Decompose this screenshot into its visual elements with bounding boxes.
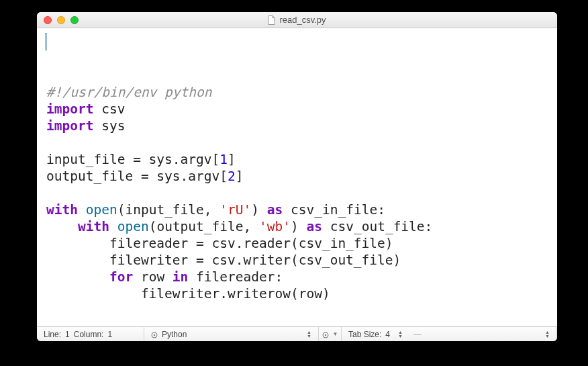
divider: — bbox=[413, 330, 422, 339]
file-icon bbox=[268, 15, 275, 25]
code-token: filewriter = csv.writer(csv_out_file) bbox=[46, 253, 401, 268]
gear-icon bbox=[151, 331, 158, 338]
line-number: 1 bbox=[65, 330, 70, 339]
code-line: filewriter = csv.writer(csv_out_file) bbox=[46, 252, 552, 269]
line-label: Line: bbox=[44, 330, 61, 339]
status-cursor-position[interactable]: Line: 1 Column: 1 bbox=[37, 327, 144, 341]
code-token: 2 bbox=[228, 169, 236, 184]
code-token: import bbox=[46, 118, 93, 134]
code-token: csv_in_file: bbox=[283, 202, 385, 218]
code-token: filewriter.writerow(row) bbox=[46, 286, 330, 302]
code-line: import sys bbox=[46, 118, 552, 134]
code-token: sys bbox=[93, 118, 125, 134]
code-token: open bbox=[117, 219, 149, 234]
code-line: input_file = sys.argv[1] bbox=[46, 151, 552, 168]
tab-size-value: 4 bbox=[385, 330, 390, 339]
window-title: read_csv.py bbox=[37, 15, 557, 25]
code-token: open bbox=[86, 202, 117, 218]
tab-size-label: Tab Size: bbox=[348, 330, 381, 339]
code-token: output_file = sys.argv[ bbox=[46, 169, 228, 184]
code-line: filereader = csv.reader(csv_in_file) bbox=[46, 235, 552, 252]
zoom-button[interactable] bbox=[70, 16, 79, 24]
updown-arrows-icon: ▲▼ bbox=[545, 330, 550, 338]
chevron-down-icon: ▼ bbox=[333, 331, 338, 337]
code-editor[interactable]: #!/usr/bin/env pythonimport csvimport sy… bbox=[37, 28, 557, 326]
code-token: #!/usr/bin/env python bbox=[46, 85, 212, 100]
code-token: with bbox=[78, 219, 109, 234]
code-token bbox=[78, 202, 86, 218]
minimize-button[interactable] bbox=[57, 16, 65, 24]
code-token: for bbox=[109, 269, 133, 285]
code-token: filereader: bbox=[188, 269, 283, 285]
window-title-text: read_csv.py bbox=[279, 15, 326, 25]
code-line bbox=[46, 185, 552, 201]
code-line: #!/usr/bin/env python bbox=[46, 84, 552, 101]
column-number: 1 bbox=[107, 330, 112, 339]
code-token: import bbox=[46, 101, 93, 117]
code-line: output_file = sys.argv[2] bbox=[46, 168, 552, 185]
close-button[interactable] bbox=[44, 16, 52, 24]
code-token: csv_out_file: bbox=[322, 219, 432, 234]
svg-point-3 bbox=[324, 334, 326, 335]
status-settings-button[interactable]: ▼ bbox=[319, 327, 342, 341]
gear-icon bbox=[322, 331, 329, 338]
text-caret bbox=[46, 34, 46, 50]
code-token: 'wb' bbox=[259, 219, 291, 234]
status-syntax-selector[interactable]: Python ▲▼ bbox=[144, 327, 319, 341]
titlebar: read_csv.py bbox=[37, 12, 557, 28]
code-line: with open(output_file, 'wb') as csv_out_… bbox=[46, 218, 552, 235]
code-token: csv bbox=[93, 101, 125, 117]
code-token: as bbox=[306, 219, 322, 234]
code-token: input_file = sys.argv[ bbox=[46, 152, 219, 167]
column-label: Column: bbox=[74, 330, 104, 339]
code-token: ) bbox=[251, 202, 266, 218]
code-token: in bbox=[173, 269, 188, 285]
code-line: with open(input_file, 'rU') as csv_in_fi… bbox=[46, 201, 552, 218]
code-token bbox=[46, 219, 78, 234]
status-tab-size-selector[interactable]: Tab Size: 4 ▲▼ — ▲▼ bbox=[342, 327, 557, 341]
code-token: (output_file, bbox=[149, 219, 259, 234]
code-line: import csv bbox=[46, 101, 552, 118]
code-token: row bbox=[133, 269, 173, 285]
code-token: ) bbox=[291, 219, 306, 234]
code-token: 1 bbox=[219, 152, 228, 167]
updown-arrows-icon: ▲▼ bbox=[307, 330, 311, 338]
updown-arrows-icon: ▲▼ bbox=[398, 330, 403, 338]
code-line: filewriter.writerow(row) bbox=[46, 285, 552, 302]
code-token: 'rU' bbox=[219, 202, 251, 218]
editor-window: read_csv.py #!/usr/bin/env pythonimport … bbox=[37, 12, 557, 341]
syntax-label: Python bbox=[162, 330, 187, 339]
code-line bbox=[46, 134, 552, 151]
code-token: (input_file, bbox=[117, 202, 220, 218]
traffic-lights bbox=[37, 16, 79, 24]
code-token: filereader = csv.reader(csv_in_file) bbox=[46, 236, 393, 251]
statusbar: Line: 1 Column: 1 Python ▲▼ bbox=[37, 326, 557, 341]
code-token: as bbox=[267, 202, 283, 218]
code-line: for row in filereader: bbox=[46, 269, 552, 285]
code-token: with bbox=[46, 202, 78, 218]
code-token bbox=[46, 269, 109, 285]
code-token bbox=[109, 219, 117, 234]
code-token: ] bbox=[228, 152, 236, 167]
code-token: ] bbox=[236, 169, 244, 184]
svg-point-1 bbox=[154, 334, 155, 335]
